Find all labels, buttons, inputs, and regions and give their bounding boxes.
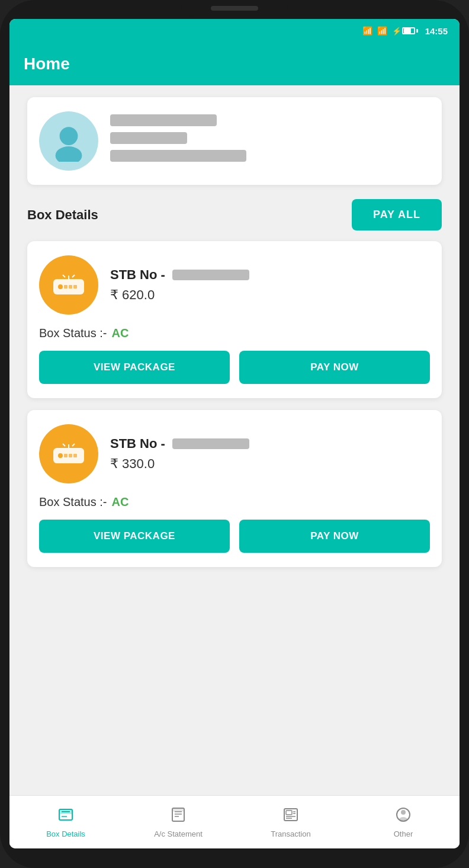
svg-rect-13 [69, 454, 72, 457]
svg-rect-6 [73, 285, 77, 289]
stb-amount-2: ₹ 330.0 [110, 456, 430, 472]
svg-line-17 [72, 444, 75, 446]
nav-other[interactable]: Other [347, 796, 460, 848]
nav-box-details[interactable]: Box Details [9, 796, 122, 848]
pay-now-button-1[interactable]: PAY NOW [239, 351, 430, 384]
battery-icon: ⚡ [392, 27, 418, 36]
svg-rect-28 [286, 811, 292, 815]
user-name-blur [110, 114, 217, 126]
view-package-button-2[interactable]: VIEW PACKAGE [39, 520, 230, 553]
box-status-label-1: Box Status :- [39, 326, 107, 340]
stb-icon-circle-1 [39, 255, 98, 315]
app-bar: Home [9, 43, 460, 85]
svg-point-11 [58, 453, 63, 458]
nav-box-details-label: Box Details [46, 829, 85, 838]
svg-line-8 [63, 275, 65, 277]
svg-rect-14 [73, 454, 77, 457]
stb-number-blur-1 [172, 270, 249, 280]
stb-actions-1: VIEW PACKAGE PAY NOW [39, 351, 430, 384]
nav-ac-statement[interactable]: A/c Statement [122, 796, 234, 848]
stb-card-2-top: STB No - ₹ 330.0 [39, 424, 430, 483]
svg-rect-5 [69, 285, 72, 289]
phone-screen: 📶 📶 ⚡ 14:55 Home [9, 19, 460, 848]
box-details-header: Box Details PAY ALL [27, 199, 442, 230]
signal-icon: 📶 [362, 26, 372, 36]
stb-amount-1: ₹ 620.0 [110, 287, 430, 303]
pay-all-button[interactable]: PAY ALL [352, 199, 442, 230]
stb-card-2: STB No - ₹ 330.0 Box Status :- AC VIEW P… [27, 410, 442, 567]
avatar-svg [48, 120, 89, 162]
app-bar-title: Home [24, 55, 70, 73]
main-content: Box Details PAY ALL [9, 85, 460, 795]
stb-info-2: STB No - ₹ 330.0 [110, 436, 430, 472]
user-info [110, 114, 430, 168]
phone-notch [181, 0, 288, 17]
svg-rect-4 [64, 285, 68, 289]
box-status-value-1: AC [112, 326, 129, 340]
wifi-icon: 📶 [377, 26, 387, 36]
box-status-value-2: AC [112, 495, 129, 509]
stb-icon-circle-2 [39, 424, 98, 483]
svg-rect-12 [64, 454, 68, 457]
stb-card-1-top: STB No - ₹ 620.0 [39, 255, 430, 315]
stb-number-blur-2 [172, 438, 249, 449]
transaction-nav-icon [282, 806, 299, 827]
user-address-blur [110, 150, 246, 162]
stb-number-2: STB No - [110, 436, 430, 451]
notch-speaker [211, 6, 258, 11]
box-status-row-2: Box Status :- AC [39, 495, 430, 509]
box-details-nav-icon [57, 806, 74, 827]
avatar [39, 111, 98, 171]
svg-point-1 [56, 146, 82, 162]
other-nav-icon [395, 806, 412, 827]
pay-now-button-2[interactable]: PAY NOW [239, 520, 430, 553]
nav-transaction[interactable]: Transaction [234, 796, 347, 848]
svg-point-34 [401, 810, 406, 815]
box-status-row-1: Box Status :- AC [39, 326, 430, 340]
time-display: 14:55 [425, 26, 448, 36]
stb-card-1: STB No - ₹ 620.0 Box Status :- AC VIEW P… [27, 241, 442, 398]
box-details-label: Box Details [27, 207, 98, 223]
router-icon-1 [51, 273, 86, 297]
nav-other-label: Other [394, 829, 413, 838]
ac-statement-nav-icon [170, 806, 187, 827]
phone-frame: 📶 📶 ⚡ 14:55 Home [0, 0, 469, 868]
status-bar: 📶 📶 ⚡ 14:55 [9, 19, 460, 43]
user-card [27, 97, 442, 185]
router-icon-2 [51, 442, 86, 466]
svg-point-0 [60, 127, 78, 145]
svg-line-16 [63, 444, 65, 446]
box-status-label-2: Box Status :- [39, 495, 107, 509]
svg-line-9 [72, 275, 75, 277]
status-icons: 📶 📶 ⚡ 14:55 [362, 26, 448, 36]
bottom-nav: Box Details A/c Statement [9, 795, 460, 848]
svg-rect-26 [173, 809, 184, 812]
nav-transaction-label: Transaction [271, 829, 310, 838]
stb-info-1: STB No - ₹ 620.0 [110, 267, 430, 303]
stb-label-1: STB No - [110, 267, 165, 283]
nav-ac-statement-label: A/c Statement [154, 829, 203, 838]
view-package-button-1[interactable]: VIEW PACKAGE [39, 351, 230, 384]
stb-actions-2: VIEW PACKAGE PAY NOW [39, 520, 430, 553]
stb-number-1: STB No - [110, 267, 430, 283]
stb-label-2: STB No - [110, 436, 165, 451]
svg-point-35 [399, 817, 407, 822]
user-id-blur [110, 132, 187, 144]
svg-point-3 [58, 284, 63, 289]
